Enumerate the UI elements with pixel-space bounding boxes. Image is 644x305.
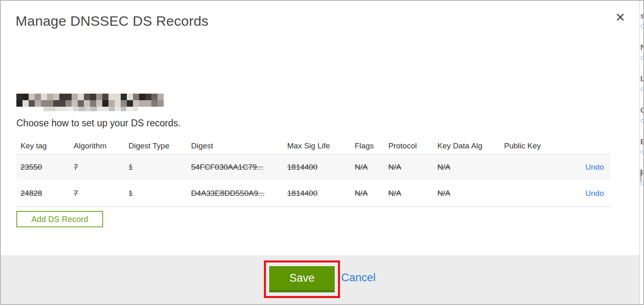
- table-header-row: Key tag Algorithm Digest Type Digest Max…: [16, 137, 610, 155]
- save-button[interactable]: Save: [269, 266, 335, 292]
- cell-algorithm: 7: [70, 189, 124, 198]
- background-page-sliver: soNoLoCoEoPo: [640, 1, 643, 304]
- cell-digest-type: 1: [124, 189, 187, 198]
- col-header-digest: Digest: [187, 141, 283, 150]
- background-link-fragment: o: [640, 85, 643, 93]
- red-highlight-annotation: Save: [264, 260, 340, 298]
- background-link-fragment: o: [640, 54, 643, 61]
- cell-algorithm: 7: [70, 163, 124, 172]
- background-text-fragment: P: [640, 169, 643, 178]
- cell-digest: 54FCF030AA1C79...: [187, 163, 283, 172]
- cell-protocol: N/A: [384, 189, 433, 198]
- col-header-protocol: Protocol: [384, 141, 433, 150]
- dnssec-modal: Manage DNSSEC DS Records ✕ Choose how to…: [1, 1, 640, 304]
- cell-max-sig-life: 1814400: [283, 189, 351, 198]
- background-link-fragment: o: [640, 117, 643, 124]
- col-header-algorithm: Algorithm: [70, 141, 124, 150]
- cell-flags: N/A: [351, 163, 384, 172]
- background-text-fragment: E: [640, 137, 643, 146]
- background-link-fragment: o: [640, 22, 643, 30]
- cell-digest-type: 1: [124, 163, 187, 172]
- col-header-public-key: Public Key: [500, 141, 565, 150]
- background-text-fragment: L: [640, 74, 643, 83]
- col-header-digest-type: Digest Type: [124, 141, 187, 150]
- cell-digest: D4A33E8DD550A9...: [187, 189, 283, 198]
- col-header-key-tag: Key tag: [16, 141, 70, 150]
- undo-link[interactable]: Undo: [585, 163, 604, 171]
- undo-link[interactable]: Undo: [585, 189, 604, 197]
- cell-key-tag: 24828: [16, 189, 70, 198]
- modal-footer: Save Cancel: [1, 255, 639, 304]
- background-text-fragment: N: [640, 43, 643, 52]
- cell-max-sig-life: 1814400: [283, 163, 351, 172]
- col-header-flags: Flags: [351, 141, 384, 150]
- cancel-link[interactable]: Cancel: [341, 271, 376, 284]
- background-text-fragment: s: [640, 11, 643, 20]
- cell-protocol: N/A: [384, 163, 433, 172]
- add-ds-record-button[interactable]: Add DS Record: [16, 211, 103, 227]
- background-text-fragment: C: [640, 106, 643, 115]
- cell-key-tag: 23550: [16, 163, 70, 172]
- background-link-fragment: o: [640, 180, 643, 187]
- cell-key-data-alg: N/A: [433, 163, 500, 172]
- cell-key-data-alg: N/A: [433, 189, 500, 198]
- redacted-domain-name: [16, 94, 164, 107]
- page-title: Manage DNSSEC DS Records: [16, 13, 209, 29]
- intro-text: Choose how to set up your DS records.: [16, 118, 180, 129]
- cell-flags: N/A: [351, 189, 384, 198]
- table-row: 24828 7 1 D4A33E8DD550A9... 1814400 N/A …: [16, 180, 610, 207]
- close-icon[interactable]: ✕: [612, 9, 628, 25]
- ds-records-table: Key tag Algorithm Digest Type Digest Max…: [16, 137, 610, 207]
- background-link-fragment: o: [640, 148, 643, 156]
- col-header-key-data-alg: Key Data Alg: [433, 141, 500, 150]
- table-row: 23550 7 1 54FCF030AA1C79... 1814400 N/A …: [16, 155, 610, 180]
- redacted-domain-fringe: [43, 107, 138, 111]
- col-header-max-sig-life: Max Sig Life: [283, 141, 351, 150]
- screenshot-frame: Manage DNSSEC DS Records ✕ Choose how to…: [0, 0, 644, 305]
